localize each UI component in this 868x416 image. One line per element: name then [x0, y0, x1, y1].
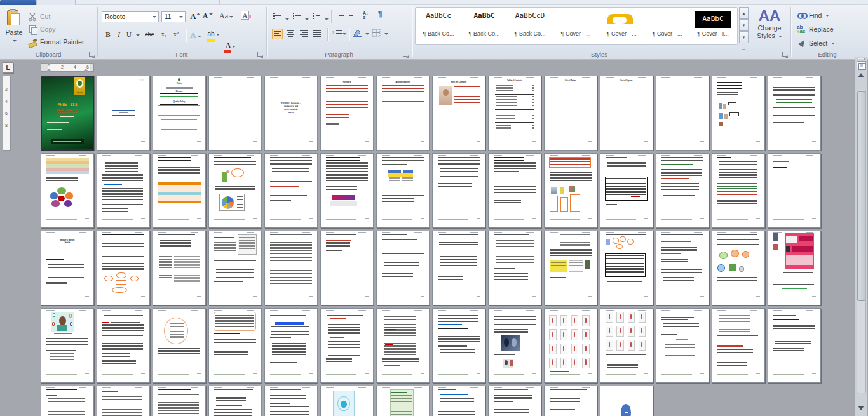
page-thumbnail[interactable]: Foreword — [320, 76, 374, 151]
page-thumbnail[interactable] — [432, 308, 485, 383]
page-thumbnail[interactable] — [656, 153, 709, 228]
page-thumbnail[interactable] — [320, 386, 374, 416]
text-highlight-button[interactable]: ab — [207, 30, 220, 41]
style-gallery-item[interactable]: ¶ Cover - ... — [553, 8, 599, 44]
page-thumbnail[interactable] — [376, 308, 430, 383]
align-center-button[interactable] — [285, 29, 296, 39]
justify-button[interactable] — [312, 29, 323, 39]
multilevel-dropdown[interactable] — [323, 11, 329, 22]
page-thumbnail[interactable] — [208, 386, 262, 416]
page-thumbnail[interactable]: 2020 — [97, 76, 150, 151]
page-thumbnail[interactable] — [544, 153, 597, 228]
page-thumbnail[interactable] — [712, 76, 765, 151]
styles-dialog-launcher[interactable] — [782, 51, 788, 58]
numbering-button[interactable] — [292, 11, 302, 22]
scrollbar-thumb[interactable] — [857, 91, 865, 301]
page-thumbnail[interactable] — [97, 386, 150, 416]
cut-button[interactable]: Cut — [28, 10, 95, 23]
bullets-button[interactable] — [272, 11, 283, 22]
page-thumbnail[interactable] — [153, 308, 206, 383]
page-thumbnail[interactable] — [712, 308, 765, 383]
superscript-button[interactable]: x² — [170, 30, 182, 41]
view-ruler-toggle-button[interactable] — [857, 61, 866, 70]
page-thumbnail[interactable] — [153, 153, 206, 228]
hanging-indent-marker[interactable] — [46, 69, 51, 72]
page-thumbnail[interactable] — [768, 308, 821, 383]
page-thumbnail[interactable] — [264, 153, 318, 228]
style-gallery-item[interactable]: AaBbC¶ Back Co... — [461, 8, 507, 44]
page-thumbnail[interactable] — [376, 153, 430, 228]
underline-dropdown[interactable] — [134, 30, 140, 41]
file-tab[interactable] — [0, 0, 36, 5]
change-styles-button[interactable]: AA Change Styles — [753, 8, 786, 51]
page-thumbnail[interactable] — [544, 308, 597, 383]
page-thumbnail[interactable]: PhEd133: Personal,Community andEnvironme… — [264, 76, 318, 151]
page-thumbnail[interactable] — [600, 153, 653, 228]
page-thumbnail[interactable] — [544, 386, 597, 416]
tab-stop-selector[interactable]: L — [3, 62, 13, 73]
grow-font-button[interactable]: A — [189, 11, 201, 22]
right-indent-marker[interactable] — [83, 69, 88, 72]
page-thumbnail[interactable] — [488, 231, 541, 305]
page-thumbnail[interactable] — [432, 231, 485, 305]
page-thumbnail[interactable] — [97, 231, 150, 305]
change-case-button[interactable]: Aa — [218, 11, 234, 22]
font-family-combo[interactable]: Roboto — [102, 11, 159, 22]
page-thumbnail[interactable] — [712, 153, 765, 228]
vert-ruler[interactable]: 2 4 6 8 — [3, 76, 11, 151]
clipboard-dialog-launcher[interactable] — [88, 51, 95, 58]
page-thumbnail[interactable] — [656, 231, 709, 305]
page-thumbnail[interactable] — [488, 386, 541, 416]
page-thumbnail[interactable] — [97, 153, 150, 228]
style-gallery-item[interactable]: AaBbCc¶ Back Co... — [416, 8, 461, 44]
page-thumbnail[interactable]: Meet the Compiler — [432, 76, 485, 151]
page-thumbnail[interactable]: Module 2: MentalHealth — [41, 231, 94, 305]
page-thumbnail[interactable] — [376, 386, 430, 416]
page-thumbnail[interactable] — [264, 231, 318, 305]
split-handle[interactable] — [858, 58, 865, 60]
page-thumbnail[interactable] — [41, 308, 94, 383]
page-thumbnail[interactable] — [768, 153, 821, 228]
page-thumbnail[interactable] — [656, 308, 709, 383]
scroll-up-button[interactable] — [858, 73, 864, 77]
page-thumbnail[interactable] — [432, 153, 485, 228]
underline-button[interactable]: U — [125, 30, 133, 39]
numbering-dropdown[interactable] — [304, 11, 309, 22]
italic-button[interactable]: I — [114, 30, 123, 41]
scroll-down-button[interactable] — [858, 406, 864, 410]
page-thumbnail[interactable] — [320, 153, 374, 228]
page-thumbnail[interactable]: List of Tables — [544, 76, 597, 151]
find-button[interactable]: Find — [797, 9, 853, 22]
page-thumbnail[interactable] — [208, 308, 262, 383]
page-thumbnail[interactable] — [264, 386, 318, 416]
gallery-scroll-down-button[interactable]: ▼ — [739, 19, 749, 31]
page-thumbnail[interactable] — [712, 231, 765, 305]
strikethrough-button[interactable]: abc — [142, 30, 157, 41]
page-thumbnail[interactable]: VISAYAS·PhEd 133PERSONAL, COMMUNITY ANDE… — [41, 76, 94, 151]
horizontal-ruler[interactable]: 2 4 6 — [41, 63, 94, 72]
page-thumbnail[interactable] — [208, 231, 262, 305]
page-thumbnail[interactable]: Lesson 1.1: Health: Nature ofHealth and … — [768, 76, 821, 151]
page-thumbnail[interactable] — [97, 308, 150, 383]
page-thumbnail[interactable] — [320, 308, 374, 383]
copy-button[interactable]: Copy — [28, 23, 95, 36]
paragraph-dialog-launcher[interactable] — [402, 51, 409, 58]
align-left-button[interactable] — [272, 29, 283, 39]
page-thumbnail[interactable] — [376, 231, 430, 305]
style-gallery-item[interactable]: AaBbC¶ Cover - I... — [690, 8, 736, 44]
page-thumbnail[interactable] — [600, 231, 653, 305]
tab-home[interactable] — [36, 0, 76, 5]
replace-button[interactable]: ab⤷ac Replace — [797, 23, 853, 36]
page-thumbnail[interactable] — [264, 308, 318, 383]
style-gallery-item[interactable]: ¶ Cover - ... — [644, 8, 690, 44]
align-right-button[interactable] — [299, 29, 309, 39]
page-thumbnail[interactable]: Table of Contents — [488, 76, 541, 151]
bullets-dropdown[interactable] — [284, 11, 289, 22]
sort-button[interactable]: A↓Z — [363, 11, 374, 22]
clear-formatting-button[interactable]: A — [240, 11, 252, 22]
page-thumbnail[interactable] — [488, 308, 541, 383]
first-line-indent-marker[interactable] — [46, 63, 51, 66]
shrink-font-button[interactable]: A — [202, 11, 214, 22]
style-gallery-item[interactable]: ¶ Cover - ... — [599, 8, 644, 44]
shading-button[interactable] — [353, 29, 369, 39]
